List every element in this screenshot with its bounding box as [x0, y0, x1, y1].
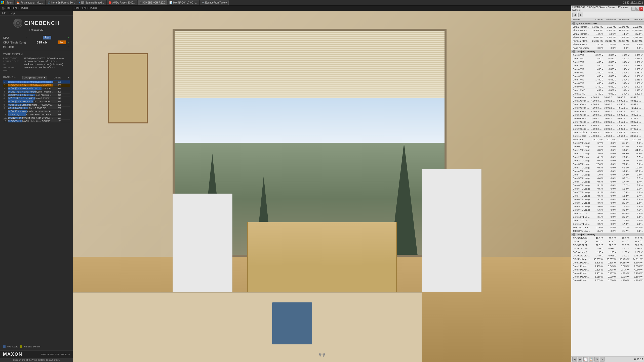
hw-data-row[interactable]: Core 1 T0 Usage8.8 %0.0 %99.4 %34.8 % — [571, 148, 644, 152]
hw-data-row[interactable]: CPU CCD1 (Tdie)43.0 °C32.5 °C70.0 °C56.6… — [571, 240, 644, 243]
mp-ratio-options[interactable]: ··· — [67, 45, 70, 48]
hw-data-row[interactable]: Physical Memory U...10,898 MB10,364 MB10… — [571, 36, 644, 39]
hw-data-row[interactable]: Core 9 Clock (perf...)4,900.3 MHz3,600.2… — [571, 127, 644, 131]
hw-data-row[interactable]: Core 2 VID1.400 V0.869 V1.494 V1.380 V — [571, 60, 644, 64]
hw-data-row[interactable]: Core 11 VID1.469 V0.869 V1.494 V1.393 V — [571, 92, 644, 96]
hw-data-row[interactable]: Core 9 T0 Usage5.6 %0.0 %18.4 %1.3 % — [571, 205, 644, 208]
nav-back-btn[interactable]: ◀ — [572, 13, 577, 17]
hw-data-row[interactable]: Max CPU/Thread U...17.6 %0.5 %21.7 %51.2… — [571, 226, 644, 229]
hw-data-row[interactable]: Core 5 T1 Usage0.5 %0.0 %17.7 %3.7 % — [571, 180, 644, 184]
ranking-item[interactable]: 6.8C/16T @ 3.4 GHz, AMD Ryzen 7 1700X Ei… — [3, 97, 70, 100]
hw-data-row[interactable]: Core 6 Power (PMU)1.033 W0.000 W4.200 W4… — [571, 279, 644, 282]
hw-data-row[interactable]: Bus Clock100.0 MHz100.0 MHz100.0 MHz100.… — [571, 138, 644, 141]
taskbar-tarkov[interactable]: 🎮 EscapeFromTarkov — [200, 1, 229, 5]
hw-data-row[interactable]: Core 10 T1 Usage3.1 %0.0 %25.6 %2.3 % — [571, 215, 644, 219]
hw-data-row[interactable]: Virtual Memory Co...16,822 MB5,163 MB16,… — [571, 25, 644, 29]
start-icon[interactable] — [1, 1, 5, 5]
hw-icon-table[interactable]: 📋 — [589, 357, 593, 361]
ranking-filter[interactable]: CPU (Single Core) ▼ — [22, 76, 47, 79]
hw-data-row[interactable]: Physical Memory A...21,833 MB21,817 MB29… — [571, 39, 644, 43]
taskbar-hwinfo[interactable]: 📊 HWINFO64 v7.00-4... — [168, 1, 199, 5]
hw-data-row[interactable]: Core 7 T1 Usage0.5 %0.0 %18.2 %1.7 % — [571, 194, 644, 198]
menu-file[interactable]: File — [2, 12, 7, 15]
hw-data-row[interactable]: Core 9 T1 Usage5.6 %0.0 %36.0 %7.6 % — [571, 208, 644, 212]
ranking-item[interactable]: 9.4C @ 3.4 GHz, Intel Core i5-3550 CPU28… — [3, 107, 70, 110]
taskbar-tools[interactable]: Tools — [5, 1, 14, 5]
hw-data-row[interactable]: Core 4 T0 Usage0.5 %0.0 %99.8 %53.6 % — [571, 169, 644, 173]
ranking-close[interactable]: ✕ — [68, 76, 70, 79]
hw-data-row[interactable]: Core 8 T1 Usage3.6 %0.0 %25.6 %1.8 % — [571, 201, 644, 205]
hw-data-row[interactable]: Core 2 Power (PMU)1.403 W0.345 W5.365 W2… — [571, 264, 644, 268]
ranking-item[interactable]: 2.12C/24T @ 3.7 GHz, AMD Ryzen 9 5900X 1… — [3, 84, 70, 87]
cpu-single-run-btn[interactable]: Run — [58, 40, 66, 44]
hw-data-row[interactable]: Core 2 T1 Usage0.5 %0.0 %28.8 %2.6 % — [571, 159, 644, 162]
hw-data-row[interactable]: Core 7 VID1.400 V0.869 V1.494 V1.389 V — [571, 78, 644, 81]
hw-data-row[interactable]: Core 7 T0 Usage3.1 %0.0 %27.8 %1.4 % — [571, 191, 644, 194]
hw-data-row[interactable]: Core 5 Clock (perf...)4,000.3 MHz3,600.2… — [571, 113, 644, 117]
hw-data-row[interactable]: Physical Memory Load33.1 %10.4 %33.2 %19… — [571, 43, 644, 46]
hw-data-row[interactable]: Core 6 T0 Usage5.1 %0.0 %27.2 %2.4 % — [571, 184, 644, 187]
close-btn[interactable]: ✕ — [639, 7, 643, 11]
hw-data-row[interactable]: Virtual Memory Ava...20,979 MB20,956 MB3… — [571, 29, 644, 32]
hw-data-row[interactable]: Core 4 T1 Usage1.0 %0.0 %17.2 %0.9 % — [571, 173, 644, 176]
hw-data-row[interactable]: Core 7 Clock (perf...)4,900.3 MHz3,880.2… — [571, 120, 644, 124]
hw-data-row[interactable]: Core 5 Power (PMU)1.510 W0.090 W5.718 W1… — [571, 275, 644, 279]
hw-data-row[interactable]: Core 5 VID1.400 V0.869 V1.494 V1.387 V — [571, 71, 644, 74]
ranking-item[interactable]: 1.12C/24T @ 3.7 GHz, AMD Ryzen 9 5900X 1… — [3, 80, 70, 84]
hw-data-row[interactable]: Core 10 Clock (perf...)4,900.3 MHz3,600.… — [571, 131, 644, 134]
hw-data-row[interactable]: Core 10 T0 Usage5.6 %0.0 %60.0 %7.6 % — [571, 212, 644, 215]
hw-data-row[interactable]: Core 6 Clock (perf...)3,600.2 MHz3,600.2… — [571, 117, 644, 120]
hw-data-row[interactable]: Core 11 T1 Usage0.5 %0.0 %17.8 %1.4 % — [571, 222, 644, 226]
ranking-item[interactable]: 7.4C/8T @ 2.6 GHz, Intel Core i7-6700HQ … — [3, 100, 70, 103]
hw-icon-graph[interactable]: 📈 — [583, 357, 588, 361]
hw-data-row[interactable]: Core 3 T0 Usage17.6 %0.0 %70.3 %12.9 % — [571, 162, 644, 166]
hw-data-row[interactable]: Core 10 VID1.469 V0.869 V1.494 V1.395 V — [571, 88, 644, 92]
hw-data-row[interactable]: Core 4 VID1.400 V0.869 V1.504 V1.385 V — [571, 67, 644, 71]
hw-data-row[interactable]: Core 0 VID0.925 V0.869 V1.500 V1.369 V — [571, 53, 644, 57]
hw-data-row[interactable]: Virtual Memory Load44.5 %13.6 %44.5 %25.… — [571, 32, 644, 36]
hw-data-row[interactable]: Core 2 Clock (perf...)4,000.3 MHz3,600.2… — [571, 103, 644, 106]
hw-icon-close[interactable]: ✕ — [600, 357, 605, 361]
hw-data-row[interactable]: Core 1 Clock (perf...)4,000.3 MHz3,600.2… — [571, 99, 644, 103]
ranking-item[interactable]: 8.4C/8T @ 2.3 GHz, Intel Core i7-4850HQ … — [3, 103, 70, 107]
hw-data-row[interactable]: Core 4 Power (PMU)1.451 W0.487 W4.989 W1… — [571, 272, 644, 275]
cpu-options[interactable]: ··· — [25, 36, 27, 39]
hw-data-row[interactable]: CPU Core Voltage (...1.425 V0.931 V1.500… — [571, 247, 644, 250]
ranking-item[interactable]: 5.48C/96T @ 2.7 GHz, Intel Xeon Platinum… — [3, 94, 70, 97]
cpu-run-btn[interactable]: Run — [43, 36, 51, 39]
hw-data-row[interactable]: Total CPU Usage3.4 %0.2 %21.7 %5.4 % — [571, 229, 644, 233]
hw-icon-1[interactable]: ◀ — [572, 357, 577, 361]
hw-data-row[interactable]: CPU CCD2 (Tdie)37.8 °C32.8 °C61.5 °C50.6… — [571, 243, 644, 247]
hw-data-row[interactable]: Page File Usage0.0 %0.0 %0.0 %0.0 % — [571, 46, 644, 50]
hw-data-row[interactable]: Core 1 VID1.400 V0.869 V1.500 V1.379 V — [571, 57, 644, 60]
hw-data-row[interactable]: Core 3 T1 Usage0.5 %0.0 %69.6 %10.5 % — [571, 166, 644, 169]
hw-icon-2[interactable]: ▶ — [578, 357, 582, 361]
hw-data-row[interactable]: CPU (Tctl/Tdie)47.8 °C38.8 °C70.9 °C61.5… — [571, 236, 644, 240]
nav-fwd-btn[interactable]: ▶ — [578, 13, 583, 17]
maximize-btn[interactable]: □ — [635, 7, 639, 11]
hw-data-row[interactable]: Core 4 Clock (perf...)4,000.3 MHz3,600.2… — [571, 110, 644, 113]
hw-data-row[interactable]: Core 11 Clock (perf...)4,900.3 MHz4,950.… — [571, 134, 644, 138]
hw-data-row[interactable]: Core 5 T0 Usage4.6 %0.0 %35.2 %3.7 % — [571, 176, 644, 180]
hw-data-row[interactable]: Core 9 VID1.469 V0.869 V1.494 V1.393 V — [571, 85, 644, 88]
hw-data-row[interactable]: CPU Package Powe...60.357 W60.357 W115.4… — [571, 257, 644, 261]
ranking-item[interactable]: 10.2C/4T @ 2.3 GHz, Intel Core i5-5300U … — [3, 110, 70, 113]
hw-data-row[interactable]: Core 0 T1 Usage4.5 %0.0 %51.6 %5.6 % — [571, 145, 644, 148]
hw-data-row[interactable]: Core 8 T0 Usage3.1 %0.0 %34.5 %2.6 % — [571, 198, 644, 201]
ranking-item[interactable]: 4.16C/32T @ 3.4 GHz, AMD Ryzen Threadrip… — [3, 90, 70, 94]
hw-data-row[interactable]: Core 3 VID1.400 V0.869 V1.494 V1.385 V — [571, 64, 644, 67]
taskbar-amd[interactable]: 🔴 AMDs Ryzen 3000... — [107, 1, 137, 5]
hw-icon-settings[interactable]: ⚙ — [594, 357, 599, 361]
menu-help[interactable]: Help — [9, 12, 15, 15]
hw-data-row[interactable]: SoC Voltage (SVI2...1.106 V1.100 V1.106 … — [571, 250, 644, 254]
taskbar-sammel[interactable]: ● [1] [Sammelthread]... — [77, 1, 106, 5]
hw-data-row[interactable]: Core 8 VID1.465 V0.869 V1.494 V1.389 V — [571, 81, 644, 85]
ranking-item[interactable]: 11.12C/24T @ 2.7 GHz, Intel Xeon CPU E5-… — [3, 113, 70, 116]
ranking-item[interactable]: 3.4C/8T @ 4.2 GHz, Intel Core i7-7700K C… — [3, 87, 70, 90]
taskbar-posteingang[interactable]: 🦊 Posteingang - Moz... — [15, 1, 45, 5]
details-btn[interactable]: Details — [54, 76, 61, 79]
hw-data-row[interactable]: Core 1 Power (PMU)1.805 W0.195 W14.588 W… — [571, 261, 644, 264]
hw-data-row[interactable]: Core 8 Clock (perf...)4,900.3 MHz3,600.2… — [571, 124, 644, 127]
ranking-item[interactable]: 13.12C/24T @ 2.66 GHz, Intel Xeon CPU X5… — [3, 120, 70, 123]
hw-data-row[interactable]: Core 3 Power (PMU)2.396 W0.408 W73.75 W4… — [571, 268, 644, 272]
